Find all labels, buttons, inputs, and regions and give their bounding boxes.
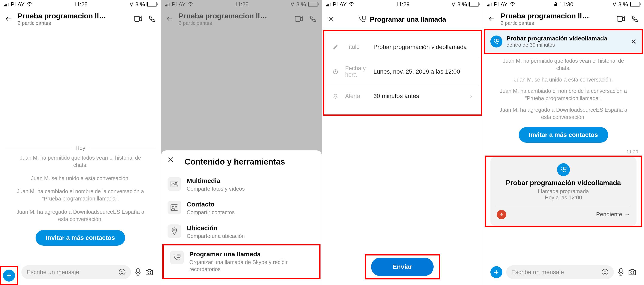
clock-icon xyxy=(333,69,340,74)
schedule-call-icon xyxy=(170,251,184,264)
chat-body[interactable]: Hoy Juan M. ha permitido que todos vean … xyxy=(0,29,161,285)
svg-rect-12 xyxy=(177,254,180,257)
card-title: Probar programación videollamada xyxy=(497,179,630,187)
system-message: Juan M. ha agregado a DownloadsourceES E… xyxy=(0,205,161,226)
arrow-right-icon: → xyxy=(624,211,630,218)
chat-title[interactable]: Prueba programacion ll… xyxy=(18,12,128,20)
system-message: Juan M. ha permitido que todos vean el h… xyxy=(0,151,161,172)
bell-icon xyxy=(333,93,340,99)
wifi-icon xyxy=(510,2,515,6)
card-subtitle: Llamada programada xyxy=(497,187,630,195)
schedule-alert-field[interactable]: Alerta 30 minutos antes › xyxy=(326,85,478,107)
svg-rect-9 xyxy=(171,205,178,211)
video-call-icon[interactable] xyxy=(617,16,625,22)
mic-icon[interactable] xyxy=(135,268,141,277)
scheduled-call-banner[interactable]: Probar programación videollamada dentro … xyxy=(485,30,642,53)
svg-rect-4 xyxy=(136,268,139,273)
invite-contacts-button[interactable]: Invitar a más contactos xyxy=(519,127,608,143)
tool-contact[interactable]: ContactoCompartir contactos xyxy=(161,196,322,220)
svg-rect-17 xyxy=(496,39,499,41)
audio-call-icon[interactable] xyxy=(631,15,639,22)
system-message: Juan M. se ha unido a esta conversación. xyxy=(0,172,161,185)
screen-3: PLAY 11:29 3 % Programar una llamada Tít… xyxy=(322,0,483,285)
svg-rect-13 xyxy=(362,16,366,19)
tool-multimedia[interactable]: MultimediaComparte fotos y vídeos xyxy=(161,173,322,197)
avatar xyxy=(497,210,506,219)
highlight-plus-button: + xyxy=(0,266,18,285)
chevron-right-icon: › xyxy=(470,93,472,99)
tool-schedule-call[interactable]: Programar una llamadaOrganizar una llama… xyxy=(164,246,320,277)
pencil-icon xyxy=(333,44,340,50)
signal-icon xyxy=(4,2,8,6)
close-icon[interactable] xyxy=(631,39,636,44)
back-icon[interactable] xyxy=(5,16,12,22)
svg-point-1 xyxy=(119,269,125,275)
svg-rect-18 xyxy=(564,167,566,170)
camera-icon[interactable] xyxy=(628,269,636,276)
scheduled-call-card[interactable]: Probar programación videollamada Llamada… xyxy=(490,157,637,226)
battery-icon xyxy=(468,2,479,7)
svg-rect-0 xyxy=(134,16,140,21)
system-message: Juan M. ha agregado a DownloadsourceES E… xyxy=(483,104,644,123)
schedule-title: Programar una llamada xyxy=(370,15,446,23)
date-divider: Hoy xyxy=(5,29,156,151)
lock-icon xyxy=(554,2,558,7)
svg-rect-22 xyxy=(620,268,622,273)
svg-point-10 xyxy=(172,206,174,208)
back-icon[interactable] xyxy=(488,16,495,22)
signal-icon xyxy=(487,2,492,6)
tool-location[interactable]: UbicaciónComparte una ubicación xyxy=(161,220,322,244)
close-icon[interactable] xyxy=(168,156,174,163)
battery-icon xyxy=(146,2,157,7)
video-call-icon[interactable] xyxy=(134,16,142,22)
invite-contacts-button[interactable]: Invitar a más contactos xyxy=(36,230,125,246)
close-icon[interactable] xyxy=(328,16,334,22)
nav-bar: Prueba programacion ll… 2 participantes xyxy=(0,8,161,29)
svg-rect-16 xyxy=(617,16,622,21)
schedule-datetime-field[interactable]: Fecha y hora Lunes, nov. 25, 2019 a las … xyxy=(326,58,478,85)
camera-icon[interactable] xyxy=(145,269,154,276)
emoji-icon[interactable] xyxy=(601,269,609,276)
location-icon xyxy=(129,2,134,7)
location-icon xyxy=(612,2,616,7)
screen-2: PLAY 11:28 3 % Prueba programacion ll… 2… xyxy=(161,0,322,285)
svg-point-20 xyxy=(604,271,604,272)
emoji-icon[interactable] xyxy=(118,269,126,276)
svg-point-2 xyxy=(121,271,122,272)
location-icon xyxy=(451,2,456,7)
screen-1: PLAY 11:28 3 % Prueba programacion ll… 2… xyxy=(0,0,161,285)
system-message: Juan M. ha cambiado el nombre de la conv… xyxy=(483,85,644,104)
schedule-title-field[interactable]: Título Probar programación videollamada xyxy=(326,36,478,58)
banner-title: Probar programación videollamada xyxy=(507,35,627,42)
svg-rect-15 xyxy=(554,4,557,6)
message-input[interactable]: Escribe un mensaje xyxy=(22,265,131,279)
status-bar: PLAY 11:28 3 % xyxy=(0,0,161,8)
schedule-header: Programar una llamada xyxy=(322,8,483,30)
svg-point-5 xyxy=(148,271,151,274)
system-message: Juan M. ha permitido que todos vean el h… xyxy=(483,55,644,74)
schedule-call-icon xyxy=(557,163,570,176)
message-placeholder: Escribe un mensaje xyxy=(26,269,79,276)
schedule-call-icon xyxy=(490,35,502,47)
wifi-icon xyxy=(349,2,354,6)
add-content-button[interactable]: + xyxy=(3,270,15,282)
system-message: Juan M. ha cambiado el nombre de la conv… xyxy=(0,185,161,205)
message-bar: + xyxy=(3,270,15,282)
banner-subtitle: dentro de 30 minutos xyxy=(507,42,627,48)
svg-point-21 xyxy=(606,271,606,272)
message-input[interactable]: Escribe un mensaje xyxy=(506,265,614,279)
schedule-call-icon xyxy=(359,15,366,23)
svg-rect-7 xyxy=(171,181,178,187)
card-status[interactable]: Pendiente → xyxy=(596,211,630,218)
send-button[interactable]: Enviar xyxy=(371,258,434,276)
mic-icon[interactable] xyxy=(618,268,624,277)
tools-sheet: Contenido y herramientas MultimediaCompa… xyxy=(161,150,322,285)
audio-call-icon[interactable] xyxy=(148,15,156,22)
schedule-form: Título Probar programación videollamada … xyxy=(326,36,478,107)
contact-icon xyxy=(168,201,181,214)
carrier-label: PLAY xyxy=(11,1,25,8)
location-pin-icon xyxy=(168,225,181,238)
svg-point-19 xyxy=(602,269,608,275)
add-content-button[interactable]: + xyxy=(490,266,502,278)
chat-subtitle: 2 participantes xyxy=(18,20,128,26)
